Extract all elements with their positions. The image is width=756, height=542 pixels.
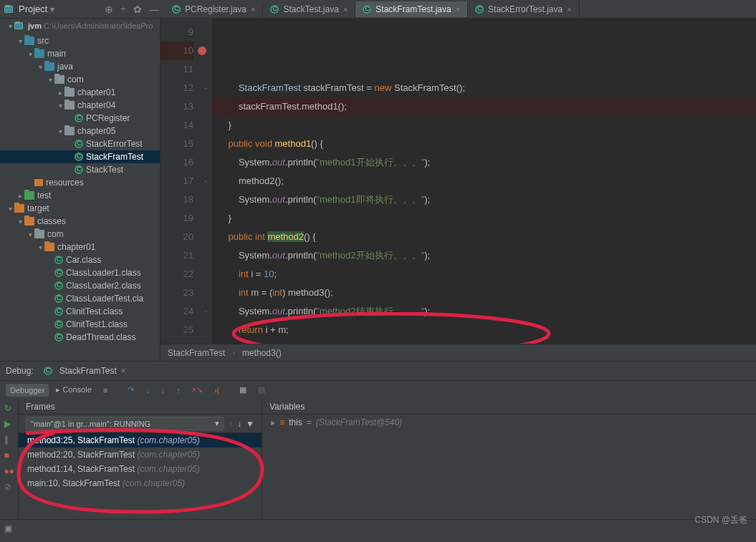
tree-class-item[interactable]: Car.class: [0, 253, 160, 266]
tree-class-item[interactable]: ClinitTest.class: [0, 305, 160, 318]
twistie[interactable]: ▾: [56, 102, 64, 110]
tree-folder-item[interactable]: ▾java: [0, 60, 160, 73]
stack-frame[interactable]: main:10, StackFramTest (com.chapter05): [19, 476, 262, 490]
tree-folder-item[interactable]: ▸test: [0, 189, 160, 202]
locate-icon[interactable]: ⊕: [105, 4, 113, 15]
close-icon[interactable]: ×: [121, 366, 126, 376]
folder-icon: [54, 75, 64, 84]
folder-icon: [34, 49, 44, 58]
step-out-icon[interactable]: ↑: [172, 384, 185, 397]
class-icon: [270, 5, 279, 14]
twistie[interactable]: ▾: [46, 76, 54, 84]
force-step-into-icon[interactable]: ↓: [157, 384, 170, 397]
twistie[interactable]: ▾: [16, 218, 24, 226]
class-icon: [54, 256, 63, 264]
tree-folder-item[interactable]: ▾chapter05: [0, 125, 160, 137]
drop-frame-icon[interactable]: ×↘: [188, 383, 207, 397]
stop-icon[interactable]: ■: [4, 450, 14, 460]
tree-folder-item[interactable]: ▾classes: [0, 215, 160, 228]
editor-gutter[interactable]: 91011121314151617181920212223242526: [161, 19, 199, 344]
debugger-tab[interactable]: Debugger: [6, 384, 49, 397]
step-into-icon[interactable]: ↓: [141, 384, 154, 397]
class-icon: [363, 5, 371, 14]
editor-tab[interactable]: StackErrorTest.java×: [468, 1, 579, 17]
editor-tab[interactable]: StackFramTest.java×: [355, 1, 468, 17]
chevron-down-icon[interactable]: ▾: [50, 4, 54, 14]
frame-list[interactable]: method3:25, StackFramTest (com.chapter05…: [19, 433, 262, 490]
tree-class-item[interactable]: PCRegister: [0, 112, 160, 125]
root-path: C:\Users\Administrator\IdeaPro: [44, 21, 153, 30]
variable-row[interactable]: ▸ ≡ this = {StackFramTest@540}: [262, 415, 756, 430]
stack-frame[interactable]: method1:14, StackFramTest (com.chapter05…: [19, 462, 262, 476]
next-frame-icon[interactable]: ↓: [237, 419, 241, 429]
step-over-icon[interactable]: ↷: [123, 383, 138, 397]
rerun-icon[interactable]: ↻: [4, 403, 14, 413]
tree-folder-item[interactable]: ▾target: [0, 202, 160, 215]
thread-selector[interactable]: "main"@1 in gr...main": RUNNING ▾: [26, 417, 224, 430]
project-label[interactable]: Project: [19, 4, 47, 14]
tree-class-item[interactable]: StackTest: [0, 163, 160, 176]
fold-column[interactable]: ---: [199, 19, 212, 344]
mute-breakpoints-icon[interactable]: ⊘: [4, 482, 14, 492]
tree-class-item[interactable]: StackErrorTest: [0, 137, 160, 150]
expand-icon[interactable]: ÷: [120, 4, 126, 15]
twistie[interactable]: ▸: [16, 192, 24, 200]
twistie[interactable]: ▾: [26, 231, 34, 238]
twistie[interactable]: ▾: [36, 63, 44, 71]
tree-class-item[interactable]: StackFramTest: [0, 150, 160, 163]
tree-class-item[interactable]: DeadThread.class: [0, 331, 160, 344]
twistie[interactable]: ▸: [56, 89, 64, 97]
tree-folder-item[interactable]: ▾com: [0, 73, 160, 86]
stack-frame[interactable]: method2:20, StackFramTest (com.chapter05…: [19, 447, 262, 462]
breadcrumb-class[interactable]: StackFramTest: [168, 348, 225, 358]
debug-config-tab[interactable]: StackFramTest ×: [39, 364, 130, 377]
evaluate-icon[interactable]: ▦: [235, 383, 251, 397]
class-icon: [44, 367, 52, 375]
console-tab[interactable]: ▸ Console: [52, 383, 95, 397]
twistie[interactable]: ▾: [26, 50, 34, 58]
folder-icon: [64, 127, 75, 135]
tree-folder-item[interactable]: ▾main: [0, 47, 160, 60]
tree-class-item[interactable]: ClassLoader1.class: [0, 266, 160, 279]
twistie[interactable]: ▾: [56, 127, 64, 135]
filter-icon[interactable]: ▼: [246, 419, 254, 429]
pause-icon[interactable]: ∥: [4, 435, 14, 445]
frames-label: Frames: [26, 402, 55, 412]
tree-folder-item[interactable]: ▾chapter04: [0, 99, 160, 112]
stack-frame[interactable]: method3:25, StackFramTest (com.chapter05…: [19, 433, 262, 447]
breadcrumb-method[interactable]: method3(): [242, 348, 282, 358]
project-tree[interactable]: ▾ jvm C:\Users\Administrator\IdeaPro ▾sr…: [0, 19, 161, 361]
close-icon[interactable]: ×: [567, 5, 571, 14]
close-icon[interactable]: ×: [251, 5, 255, 14]
tree-folder-item[interactable]: ▾src: [0, 34, 160, 47]
twistie[interactable]: ▾: [16, 37, 24, 45]
gear-icon[interactable]: ✿: [133, 4, 142, 15]
prev-frame-icon[interactable]: ↑: [229, 419, 233, 429]
camera-icon[interactable]: ▣: [4, 523, 12, 533]
tree-class-item[interactable]: ClinitTest1.class: [0, 318, 160, 331]
editor-tab[interactable]: PCRegister.java×: [165, 1, 263, 17]
root-module[interactable]: jvm: [28, 21, 42, 30]
tree-class-item[interactable]: ClassLoader2.class: [0, 279, 160, 292]
tree-folder-item[interactable]: ▾com: [0, 228, 160, 241]
collapse-icon[interactable]: —: [149, 4, 159, 15]
close-icon[interactable]: ×: [456, 5, 460, 14]
tree-folder-item[interactable]: ▾chapter01: [0, 241, 160, 253]
code-editor[interactable]: StackFramTest stackFramTest = new StackF…: [212, 19, 756, 344]
run-to-cursor-icon[interactable]: ›|: [210, 384, 224, 397]
tree-folder-item[interactable]: ▸chapter01: [0, 86, 160, 99]
close-icon[interactable]: ×: [343, 5, 348, 14]
editor-tab[interactable]: StackTest.java×: [263, 1, 355, 17]
twistie[interactable]: ▾: [36, 243, 44, 251]
folder-icon: [24, 191, 34, 200]
view-breakpoints-icon[interactable]: ●●: [4, 466, 14, 476]
tree-class-item[interactable]: ClassLoaderTest.cla: [0, 292, 160, 305]
resume-icon[interactable]: ▶: [4, 419, 14, 429]
twistie[interactable]: ▾: [6, 205, 14, 213]
tree-folder-item[interactable]: resources: [0, 176, 160, 189]
threads-icon[interactable]: ≡: [99, 384, 112, 397]
chevron-right-icon: ›: [232, 348, 235, 358]
folder-icon: [64, 101, 75, 110]
trace-icon[interactable]: ▤: [254, 383, 269, 397]
folder-icon: [14, 204, 24, 213]
